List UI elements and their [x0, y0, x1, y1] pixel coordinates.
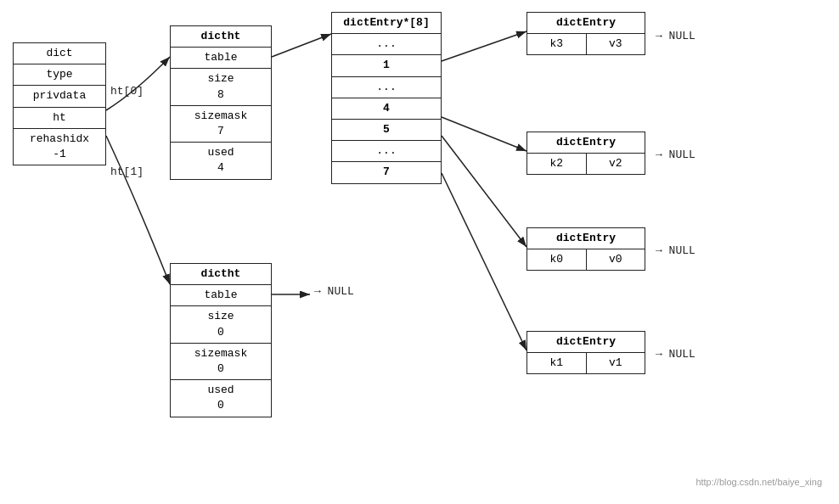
- entry-k2v2-v: v2: [587, 154, 645, 174]
- dictht0-used-label: used4: [171, 143, 271, 178]
- dict-cell-dict: dict: [14, 43, 105, 64]
- dictht0-box: dictht table size8 sizemask7 used4: [170, 25, 272, 180]
- dict-array-row5: ...: [332, 141, 441, 162]
- dictht0-table: table: [171, 48, 271, 69]
- null4-label: → NULL: [656, 348, 695, 361]
- dictht1-title: dictht: [171, 264, 271, 285]
- dict-cell-type: type: [14, 64, 105, 86]
- dictht1-used-label: used0: [171, 380, 271, 416]
- dict-array-box: dictEntry*[8] ... 1 ... 4 5 ... 7: [331, 12, 442, 184]
- entry-k3v3-title: dictEntry: [527, 13, 645, 34]
- entry-k0v0-title: dictEntry: [527, 228, 645, 249]
- null-table-label: → NULL: [314, 285, 354, 298]
- entry-k0v0-v: v0: [587, 249, 645, 270]
- dictht0-sizemask-label: sizemask7: [171, 106, 271, 143]
- dict-cell-ht: ht: [14, 108, 105, 129]
- dictht1-size-label: size0: [171, 306, 271, 343]
- null1-label: → NULL: [656, 30, 695, 42]
- entry-k0v0-k: k0: [527, 249, 587, 270]
- entry-k0v0-box: dictEntry k0 v0: [526, 227, 645, 271]
- entry-k1v1-box: dictEntry k1 v1: [526, 331, 645, 374]
- dictht0-size-label: size8: [171, 69, 271, 105]
- dictht1-sizemask-label: sizemask0: [171, 344, 271, 380]
- dictht1-table: table: [171, 285, 271, 306]
- entry-k2v2-box: dictEntry k2 v2: [526, 132, 645, 175]
- entry-k3v3-k: k3: [527, 34, 587, 54]
- entry-k1v1-v: v1: [587, 353, 645, 373]
- dict-array-row3: 4: [332, 98, 441, 120]
- entry-k2v2-k: k2: [527, 154, 587, 174]
- dict-array-row2: ...: [332, 77, 441, 98]
- dict-array-row0: ...: [332, 34, 441, 55]
- dict-cell-rehashidx: rehashidx-1: [14, 129, 105, 165]
- null2-label: → NULL: [656, 148, 695, 161]
- dict-array-row1: 1: [332, 55, 441, 76]
- dictht1-box: dictht table size0 sizemask0 used0: [170, 263, 272, 417]
- dict-array-title: dictEntry*[8]: [332, 13, 441, 34]
- dict-cell-privdata: privdata: [14, 86, 105, 107]
- entry-k2v2-title: dictEntry: [527, 132, 645, 154]
- entry-k1v1-title: dictEntry: [527, 332, 645, 353]
- null3-label: → NULL: [656, 244, 695, 257]
- dict-box: dict type privdata ht rehashidx-1: [13, 42, 106, 165]
- watermark: http://blog.csdn.net/baiye_xing: [695, 477, 822, 487]
- entry-k3v3-v: v3: [587, 34, 645, 54]
- ht1-label: ht[1]: [110, 165, 144, 178]
- entry-k1v1-k: k1: [527, 353, 587, 373]
- dict-array-row6: 7: [332, 162, 441, 182]
- ht0-label: ht[0]: [110, 85, 144, 98]
- entry-k3v3-box: dictEntry k3 v3: [526, 12, 645, 55]
- dict-array-row4: 5: [332, 120, 441, 141]
- dictht0-title: dictht: [171, 26, 271, 48]
